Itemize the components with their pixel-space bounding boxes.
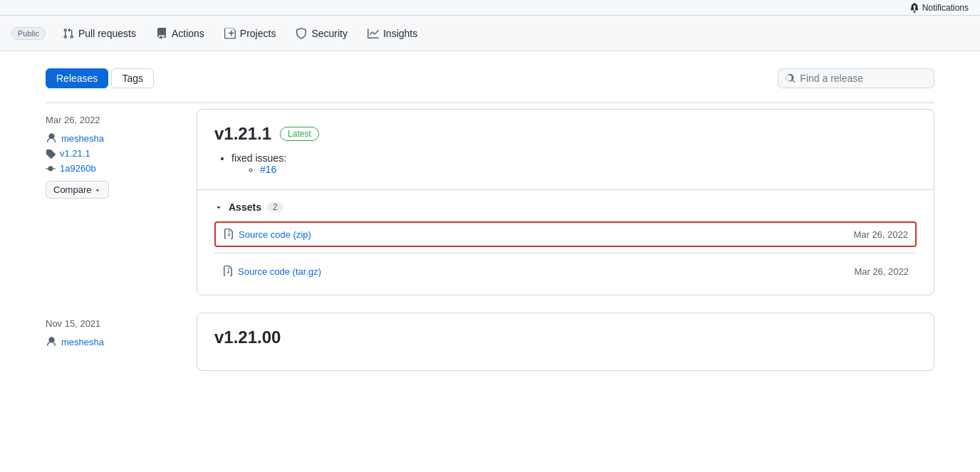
search-input[interactable] — [800, 73, 927, 84]
release-1-date: Mar 26, 2022 — [46, 115, 174, 125]
projects-label: Projects — [240, 28, 276, 39]
asset-2-link[interactable]: Source code (tar.gz) — [238, 266, 321, 277]
release-2-author-link[interactable]: meshesha — [61, 337, 104, 347]
release-2-layout: Nov 15, 2021 meshesha v1.21.00 — [46, 313, 934, 371]
public-badge: Public — [11, 27, 46, 40]
nav-projects[interactable]: Projects — [216, 22, 285, 45]
actions-icon — [156, 28, 167, 39]
notifications-link[interactable]: Notifications — [909, 3, 969, 13]
compare-label: Compare — [53, 184, 91, 195]
release-1-tag-row: v1.21.1 — [46, 148, 174, 159]
tags-tab[interactable]: Tags — [111, 68, 154, 88]
file-zip-icon — [223, 229, 234, 240]
asset-1-left: Source code (zip) — [223, 229, 311, 240]
nav-security[interactable]: Security — [287, 22, 356, 45]
asset-divider — [214, 253, 917, 253]
release-1-card: v1.21.1 Latest fixed issues: #16 — [197, 109, 934, 295]
security-label: Security — [311, 28, 348, 39]
release-1-notes: fixed issues: #16 — [214, 152, 917, 175]
release-1-note-text: fixed issues: — [231, 152, 286, 164]
release-1-commit-link[interactable]: 1a9260b — [60, 163, 96, 174]
avatar-2 — [46, 336, 57, 347]
assets-count: 2 — [267, 202, 283, 212]
asset-2-item: Source code (tar.gz) Mar 26, 2022 — [214, 259, 917, 283]
insights-icon — [368, 28, 379, 39]
release-2-card: v1.21.00 — [197, 313, 934, 371]
release-1-header: v1.21.1 Latest fixed issues: #16 — [197, 110, 934, 190]
release-1-title-row: v1.21.1 Latest — [214, 124, 917, 144]
asset-1-item: Source code (zip) Mar 26, 2022 — [214, 221, 917, 247]
security-icon — [296, 28, 307, 39]
release-2-author-row: meshesha — [46, 336, 174, 347]
assets-header[interactable]: Assets 2 — [214, 201, 917, 213]
top-bar: Notifications — [0, 0, 980, 16]
compare-button[interactable]: Compare — [46, 181, 109, 199]
release-1-meta: Mar 26, 2022 meshesha v1.21.1 — [46, 109, 174, 295]
release-1-author-link[interactable]: meshesha — [61, 133, 104, 144]
actions-label: Actions — [172, 28, 204, 39]
assets-label: Assets — [229, 201, 261, 213]
release-2-date: Nov 15, 2021 — [46, 318, 174, 329]
pull-requests-label: Pull requests — [78, 28, 136, 39]
release-1-version: v1.21.1 — [214, 124, 271, 144]
search-box — [778, 68, 934, 88]
release-1-commit-row: 1a9260b — [46, 163, 174, 174]
nav-insights[interactable]: Insights — [359, 22, 426, 45]
release-1-note-item: fixed issues: #16 — [231, 152, 914, 175]
release-1-tag-link[interactable]: v1.21.1 — [60, 148, 90, 159]
search-icon — [786, 73, 796, 84]
pull-requests-icon — [63, 28, 74, 39]
tabs-group: Releases Tags — [46, 68, 154, 88]
releases-tab[interactable]: Releases — [46, 68, 108, 88]
release-1-layout: Mar 26, 2022 meshesha v1.21.1 — [46, 109, 934, 295]
asset-2-date: Mar 26, 2022 — [854, 266, 909, 277]
insights-label: Insights — [383, 28, 417, 39]
nav-pull-requests[interactable]: Pull requests — [54, 22, 145, 45]
chevron-down-icon — [94, 187, 101, 194]
release-1-author-row: meshesha — [46, 132, 174, 144]
latest-badge: Latest — [280, 127, 319, 141]
nav-bar: Public Pull requests Actions Projects — [0, 16, 980, 51]
nav-actions[interactable]: Actions — [147, 22, 213, 45]
tabs-row: Releases Tags — [46, 68, 934, 88]
file-tar-icon — [222, 266, 234, 277]
release-1-issue-item: #16 — [260, 164, 914, 175]
asset-1-link[interactable]: Source code (zip) — [239, 229, 311, 240]
asset-2-left: Source code (tar.gz) — [222, 266, 321, 277]
page-container: Releases Tags Mar 26, 2022 meshesha — [34, 51, 946, 405]
release-2-title-row: v1.21.00 — [214, 327, 917, 347]
release-1-assets: Assets 2 Source code (zip) Mar 26, 2022 — [197, 190, 934, 295]
release-2-version: v1.21.00 — [214, 327, 281, 347]
projects-icon — [224, 28, 236, 39]
release-1-issue-link[interactable]: #16 — [260, 164, 276, 175]
commit-icon — [46, 164, 56, 174]
asset-1-date: Mar 26, 2022 — [853, 229, 908, 240]
bell-icon — [909, 3, 919, 13]
tag-icon — [46, 149, 56, 159]
avatar — [46, 132, 57, 144]
release-2-meta: Nov 15, 2021 meshesha — [46, 313, 174, 371]
notifications-label: Notifications — [922, 3, 969, 13]
triangle-down-icon — [214, 203, 223, 211]
